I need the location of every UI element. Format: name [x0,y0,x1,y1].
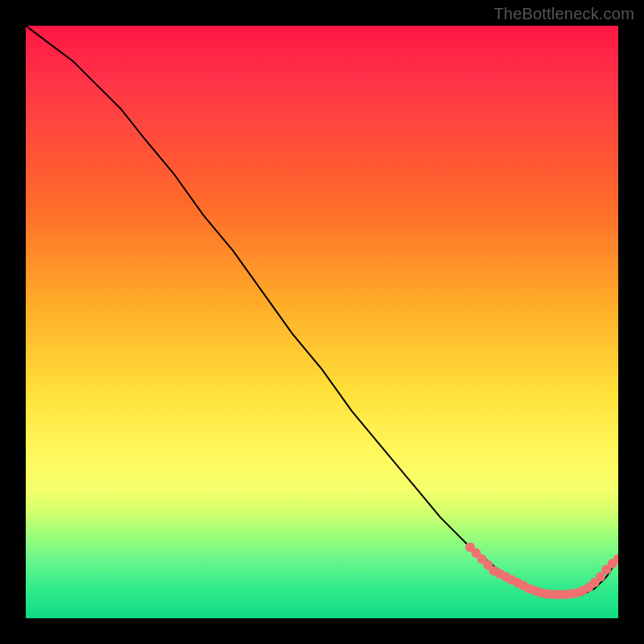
data-point [507,575,517,584]
data-point [543,589,552,599]
data-point [613,554,618,564]
data-point [465,543,475,552]
data-point [471,548,481,558]
data-point [513,578,522,588]
data-point [495,569,505,579]
data-point [566,589,576,599]
data-point [572,588,582,597]
data-point [560,590,570,600]
data-point [518,581,528,591]
plot-overlay [26,26,618,618]
data-point [578,586,588,596]
data-point [525,584,535,593]
data-point [477,554,487,564]
data-point [596,572,605,582]
plot-area [26,26,618,618]
data-point [489,566,498,576]
curve-line [26,26,618,595]
data-point [554,590,564,600]
data-point [584,583,593,592]
data-point [483,560,493,570]
data-points [465,543,618,600]
data-point [548,590,558,600]
data-point [590,578,600,588]
data-point [601,565,611,575]
chart-stage: TheBottleneck.com [0,0,644,644]
data-point [608,559,617,568]
data-point [536,588,546,597]
data-point [501,572,510,582]
data-point [530,586,540,596]
watermark-text: TheBottleneck.com [493,5,634,23]
